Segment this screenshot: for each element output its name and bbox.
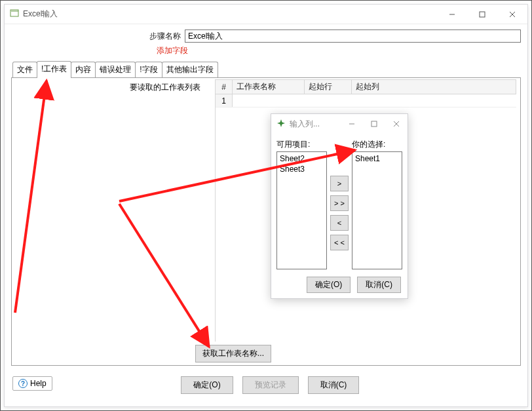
col-header-start-row: 起始行 <box>305 80 352 94</box>
cell-start-col[interactable] <box>352 94 516 107</box>
titlebar: Excel输入 <box>5 5 527 24</box>
get-sheet-names-button[interactable]: 获取工作表名称... <box>195 345 271 362</box>
tab-file[interactable]: 文件 <box>12 62 37 78</box>
available-label: 可用项目: <box>276 139 327 150</box>
step-name-input[interactable] <box>185 29 521 43</box>
add-field-link[interactable]: 添加字段 <box>157 45 521 56</box>
tab-fields[interactable]: !字段 <box>135 62 162 78</box>
app-icon <box>10 9 19 20</box>
tab-bar: 文件 !工作表 内容 错误处理 !字段 其他输出字段 <box>12 60 521 77</box>
window-title: Excel输入 <box>23 9 58 20</box>
excel-input-window: Excel输入 步骤名称 添加字段 文件 <box>4 4 528 407</box>
dialog-maximize-button[interactable] <box>363 114 385 134</box>
selected-list[interactable]: Sheet1 <box>352 151 402 269</box>
svg-rect-1 <box>480 12 485 17</box>
cell-start-row[interactable] <box>305 94 352 107</box>
maximize-button[interactable] <box>467 5 497 24</box>
dialog-close-button[interactable] <box>385 114 408 134</box>
dialog-icon <box>276 119 286 130</box>
dialog-minimize-button[interactable] <box>341 114 363 134</box>
tab-error[interactable]: 错误处理 <box>95 62 136 78</box>
list-item[interactable]: Sheet2 <box>278 153 325 164</box>
col-header-start-col: 起始列 <box>352 80 516 94</box>
dialog-title: 输入列... <box>290 119 320 130</box>
tab-sheets[interactable]: !工作表 <box>37 61 71 78</box>
cancel-button[interactable]: 取消(C) <box>308 376 360 394</box>
help-button[interactable]: ? Help <box>12 376 52 391</box>
tab-panel-sheets: 要读取的工作表列表 # 工作表名称 起始行 起始列 1 <box>11 77 521 366</box>
available-list[interactable]: Sheet2 Sheet3 <box>276 151 327 269</box>
dialog-ok-button[interactable]: 确定(O) <box>307 277 351 293</box>
svg-rect-2 <box>371 121 377 127</box>
add-all-button[interactable]: > > <box>330 195 349 211</box>
help-icon: ? <box>18 379 28 388</box>
add-button[interactable]: > <box>330 176 349 191</box>
col-header-num: # <box>216 80 233 94</box>
remove-all-button[interactable]: < < <box>330 235 349 250</box>
dialog-cancel-button[interactable]: 取消(C) <box>357 277 401 293</box>
sheets-list-label: 要读取的工作表列表 <box>130 83 200 92</box>
col-header-name: 工作表名称 <box>233 80 305 94</box>
list-item[interactable]: Sheet1 <box>354 153 400 164</box>
cell-name[interactable] <box>233 94 305 107</box>
list-item[interactable]: Sheet3 <box>278 164 325 174</box>
close-button[interactable] <box>497 5 527 24</box>
ok-button[interactable]: 确定(O) <box>181 376 233 394</box>
remove-button[interactable]: < <box>330 215 349 231</box>
bottom-bar: ? Help 确定(O) 预览记录 取消(C) <box>5 370 527 406</box>
selected-label: 你的选择: <box>352 139 402 150</box>
table-row[interactable]: 1 <box>216 94 516 108</box>
step-name-label: 步骤名称 <box>11 31 185 42</box>
tab-other[interactable]: 其他输出字段 <box>162 62 218 78</box>
row-num: 1 <box>216 94 233 107</box>
select-columns-dialog: 输入列... 可用项目: Sheet2 Sheet3 > <box>271 113 408 299</box>
tab-content[interactable]: 内容 <box>71 62 96 78</box>
minimize-button[interactable] <box>437 5 467 24</box>
preview-button[interactable]: 预览记录 <box>242 376 299 394</box>
